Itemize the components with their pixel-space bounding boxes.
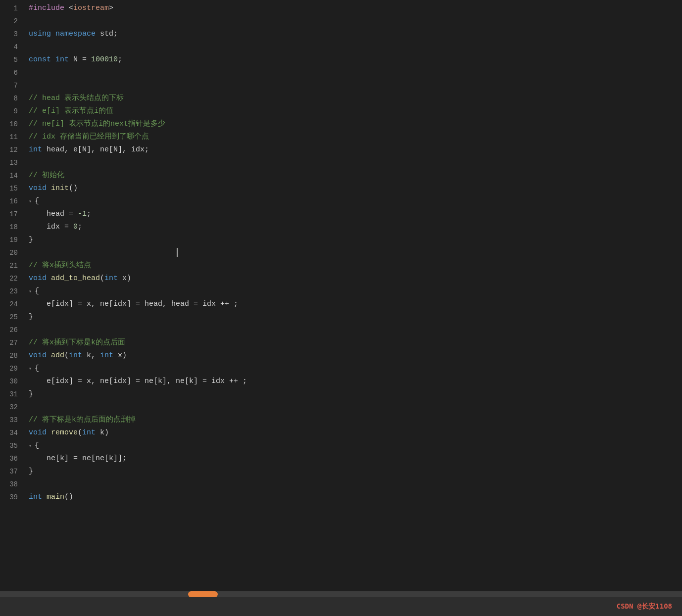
- line-number: 35: [0, 439, 25, 452]
- code-line: idx = 0;: [29, 221, 682, 234]
- bottom-bar: CSDN @长安1108: [0, 597, 682, 616]
- editor-container: 1234567891011121314151617181920212223242…: [0, 0, 682, 616]
- line-number: 32: [0, 401, 25, 414]
- code-view: 1234567891011121314151617181920212223242…: [0, 0, 682, 591]
- line-number: 5: [0, 53, 25, 66]
- code-line: void add_to_head(int x): [29, 272, 682, 285]
- scrollbar-thumb[interactable]: [188, 591, 218, 597]
- code-line: // ne[i] 表示节点i的next指针是多少: [29, 118, 682, 131]
- line-number: 20: [0, 246, 25, 259]
- line-number: 30: [0, 375, 25, 388]
- watermark-text: CSDN @长安1108: [617, 602, 672, 611]
- line-number: 37: [0, 465, 25, 478]
- line-number: 19: [0, 234, 25, 246]
- line-number: 24: [0, 298, 25, 311]
- code-line: ▾ {: [29, 362, 682, 375]
- code-column[interactable]: #include <iostream> using namespace std;…: [25, 0, 682, 591]
- horizontal-scrollbar[interactable]: [0, 591, 682, 597]
- code-line: [29, 324, 682, 336]
- code-line: // 将x插到下标是k的点后面: [29, 336, 682, 349]
- code-line: head = -1;: [29, 208, 682, 221]
- line-number: 2: [0, 15, 25, 28]
- line-number: 10: [0, 118, 25, 131]
- code-line: // head 表示头结点的下标: [29, 92, 682, 105]
- code-line: // idx 存储当前已经用到了哪个点: [29, 131, 682, 143]
- code-line: [29, 156, 682, 169]
- line-number: 25: [0, 311, 25, 324]
- line-number: 9: [0, 105, 25, 118]
- line-number: 21: [0, 259, 25, 272]
- line-number: 38: [0, 478, 25, 491]
- code-line: ne[k] = ne[ne[k]];: [29, 452, 682, 465]
- code-line: }: [29, 311, 682, 324]
- code-line: ▾ {: [29, 439, 682, 452]
- code-line: int main(): [29, 491, 682, 504]
- code-line: #include <iostream>: [29, 2, 682, 15]
- code-line: [29, 79, 682, 92]
- code-line: // 将下标是k的点后面的点删掉: [29, 414, 682, 426]
- line-number: 16: [0, 195, 25, 208]
- code-line: [29, 478, 682, 491]
- code-line: [29, 401, 682, 414]
- code-line: ▾ {: [29, 285, 682, 298]
- line-number: 23: [0, 285, 25, 298]
- code-line: ▾ {: [29, 195, 682, 208]
- line-number: 1: [0, 2, 25, 15]
- line-number: 6: [0, 66, 25, 79]
- line-number: 3: [0, 28, 25, 41]
- code-line: void init(): [29, 182, 682, 195]
- line-number: 22: [0, 272, 25, 285]
- line-number: 13: [0, 156, 25, 169]
- line-numbers: 1234567891011121314151617181920212223242…: [0, 0, 25, 591]
- text-cursor: [177, 248, 178, 257]
- code-line: void add(int k, int x): [29, 349, 682, 362]
- line-number: 14: [0, 169, 25, 182]
- code-line: // e[i] 表示节点i的值: [29, 105, 682, 118]
- code-line: void remove(int k): [29, 426, 682, 439]
- code-line: // 初始化: [29, 169, 682, 182]
- code-line: }: [29, 465, 682, 478]
- code-line: e[idx] = x, ne[idx] = head, head = idx +…: [29, 298, 682, 311]
- line-number: 7: [0, 79, 25, 92]
- line-number: 33: [0, 414, 25, 426]
- line-number: 4: [0, 41, 25, 53]
- line-number: 12: [0, 143, 25, 156]
- line-number: 28: [0, 349, 25, 362]
- line-number: 26: [0, 324, 25, 336]
- fold-arrow-icon[interactable]: ▾: [29, 363, 35, 376]
- line-number: 8: [0, 92, 25, 105]
- line-number: 27: [0, 336, 25, 349]
- code-line: int head, e[N], ne[N], idx;: [29, 143, 682, 156]
- line-number: 39: [0, 491, 25, 504]
- fold-arrow-icon[interactable]: ▾: [29, 285, 35, 298]
- code-line: }: [29, 388, 682, 401]
- code-line: [29, 15, 682, 28]
- code-line: }: [29, 234, 682, 246]
- line-number: 17: [0, 208, 25, 221]
- fold-arrow-icon[interactable]: ▾: [29, 440, 35, 453]
- code-line: [29, 66, 682, 79]
- code-line: // 将x插到头结点: [29, 259, 682, 272]
- line-number: 34: [0, 426, 25, 439]
- code-line: [29, 41, 682, 53]
- fold-arrow-icon[interactable]: ▾: [29, 195, 35, 208]
- line-number: 31: [0, 388, 25, 401]
- line-number: 11: [0, 131, 25, 143]
- code-line: const int N = 100010;: [29, 53, 682, 66]
- code-line: e[idx] = x, ne[idx] = ne[k], ne[k] = idx…: [29, 375, 682, 388]
- line-number: 36: [0, 452, 25, 465]
- line-number: 18: [0, 221, 25, 234]
- line-number: 29: [0, 362, 25, 375]
- line-number: 15: [0, 182, 25, 195]
- code-line: [29, 246, 682, 259]
- code-line: using namespace std;: [29, 28, 682, 41]
